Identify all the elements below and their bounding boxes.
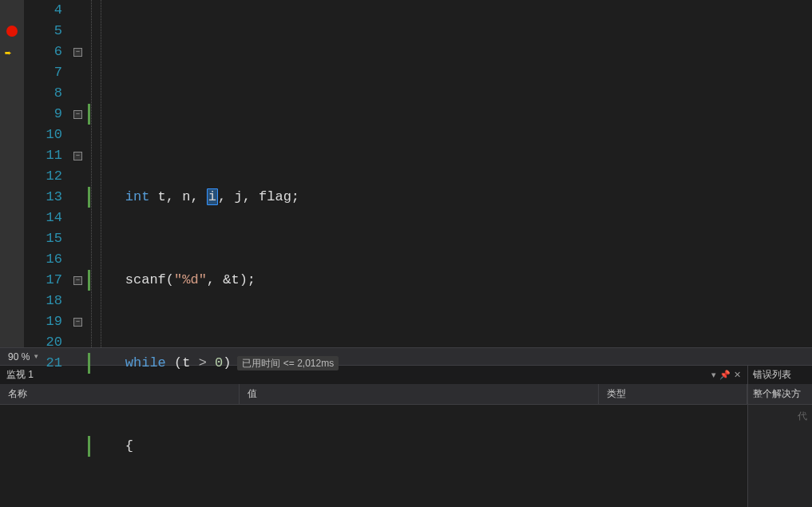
- execution-pointer-icon: ➨: [5, 46, 11, 60]
- fold-toggle[interactable]: −: [73, 48, 82, 57]
- breakpoint-gutter[interactable]: ➨: [0, 0, 24, 347]
- fold-toggle[interactable]: −: [73, 318, 82, 327]
- fold-toggle[interactable]: −: [73, 110, 82, 119]
- line-number-gutter: 4 5 6 7 8 9 10 11 12 13 14 15 16 17 18 1…: [24, 0, 72, 347]
- fold-toggle[interactable]: −: [73, 276, 82, 285]
- time-hint: 已用时间 <= 2,012ms: [237, 356, 339, 370]
- breakpoint-marker[interactable]: [6, 26, 18, 37]
- fold-gutter[interactable]: − − − − −: [72, 0, 86, 347]
- code-content[interactable]: int t, n, i, j, flag; scanf("%d", &t); w…: [86, 0, 812, 347]
- highlight-i: i: [207, 188, 218, 205]
- fold-toggle[interactable]: −: [73, 152, 82, 160]
- code-editor[interactable]: ➨ 4 5 6 7 8 9 10 11 12 13 14 15 16 17 18…: [0, 0, 812, 347]
